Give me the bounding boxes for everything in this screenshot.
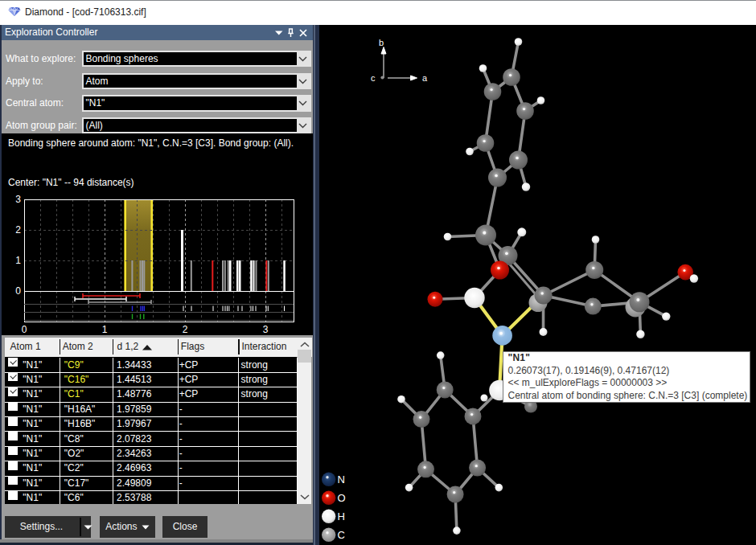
svg-text:1: 1	[15, 255, 21, 266]
svg-text:H: H	[338, 510, 345, 522]
svg-text:2: 2	[183, 324, 188, 335]
svg-text:1: 1	[102, 324, 108, 335]
svg-text:a: a	[422, 73, 428, 83]
svg-text:b: b	[379, 38, 384, 47]
svg-text:O: O	[338, 492, 346, 504]
svg-text:3: 3	[263, 324, 269, 335]
svg-text:N: N	[338, 473, 345, 486]
svg-text:2: 2	[15, 224, 21, 236]
svg-text:3: 3	[15, 194, 21, 205]
svg-text:c: c	[371, 73, 376, 83]
svg-text:0: 0	[15, 285, 21, 297]
svg-text:0: 0	[22, 324, 27, 335]
svg-text:C: C	[338, 529, 345, 541]
